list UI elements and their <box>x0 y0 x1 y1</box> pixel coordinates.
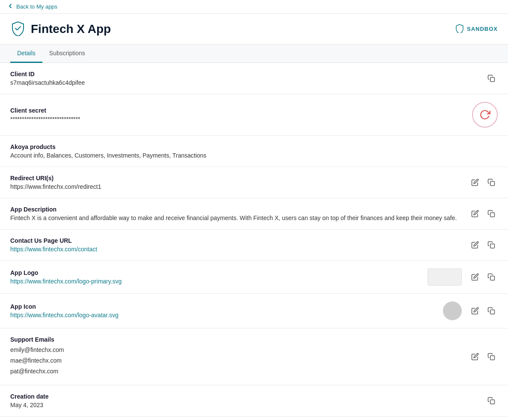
client-id-label: Client ID <box>10 71 478 77</box>
app-logo-label: App Logo <box>10 269 428 276</box>
detail-content: Client ID s7maq6irsactuhka6c4dpifee Clie… <box>0 63 508 417</box>
app-logo-row: App Logo https://www.fintechx.com/logo-p… <box>0 261 508 294</box>
client-secret-value: ****************************** <box>10 116 458 122</box>
tab-bar: Details Subscriptions <box>0 45 508 63</box>
redirect-uris-edit-button[interactable] <box>469 176 481 189</box>
contact-url-value: https://www.fintechx.com/contact <box>10 246 462 253</box>
client-secret-row: Client secret **************************… <box>0 94 508 136</box>
redirect-uris-label: Redirect URI(s) <box>10 175 462 182</box>
svg-rect-1 <box>490 182 495 186</box>
app-shield-icon <box>10 21 26 37</box>
app-logo-left: App Logo https://www.fintechx.com/logo-p… <box>10 269 428 285</box>
sandbox-badge: SANDBOX <box>455 24 498 34</box>
app-description-actions <box>469 207 498 220</box>
redirect-uris-actions <box>469 176 498 189</box>
app-logo-thumbnail <box>428 268 462 286</box>
support-emails-copy-button[interactable] <box>485 350 498 363</box>
app-logo-copy-button[interactable] <box>485 271 498 283</box>
creation-date-value: May 4, 2023 <box>10 402 478 408</box>
akoya-products-left: Akoya products Account info, Balances, C… <box>10 143 498 159</box>
client-id-left: Client ID s7maq6irsactuhka6c4dpifee <box>10 71 478 86</box>
svg-rect-7 <box>490 399 495 404</box>
svg-rect-6 <box>490 356 495 360</box>
client-id-copy-button[interactable] <box>485 72 498 85</box>
app-description-edit-button[interactable] <box>469 207 481 220</box>
contact-url-row: Contact Us Page URL https://www.fintechx… <box>0 229 508 261</box>
contact-url-actions <box>469 238 498 251</box>
back-link-label: Back to My apps <box>16 3 57 10</box>
redirect-uris-copy-button[interactable] <box>485 176 498 189</box>
akoya-products-label: Akoya products <box>10 143 498 150</box>
client-secret-label: Client secret <box>10 107 458 114</box>
client-id-value: s7maq6irsactuhka6c4dpifee <box>10 79 478 86</box>
support-email-1: emily@fintechx.com <box>10 345 462 355</box>
app-logo-edit-button[interactable] <box>469 271 481 283</box>
creation-date-actions <box>485 394 498 407</box>
redirect-uris-value: https://www.fintechx.com/redirect1 <box>10 183 462 190</box>
page-title: Fintech X App <box>31 22 111 36</box>
app-header: Fintech X App SANDBOX <box>0 14 508 45</box>
top-navigation: Back to My apps <box>0 0 508 14</box>
creation-date-copy-button[interactable] <box>485 394 498 407</box>
client-id-row: Client ID s7maq6irsactuhka6c4dpifee <box>0 63 508 94</box>
support-emails-edit-button[interactable] <box>469 350 481 363</box>
app-description-copy-button[interactable] <box>485 207 498 220</box>
sandbox-shield-icon <box>455 24 464 34</box>
app-description-left: App Description Fintech X is a convenien… <box>10 206 462 221</box>
app-icon-thumbnail <box>443 301 462 320</box>
svg-rect-2 <box>490 213 495 217</box>
app-icon-actions <box>443 301 498 320</box>
redirect-uris-row: Redirect URI(s) https://www.fintechx.com… <box>0 167 508 198</box>
tab-details[interactable]: Details <box>10 45 42 63</box>
sandbox-label: SANDBOX <box>467 26 498 32</box>
redirect-uris-left: Redirect URI(s) https://www.fintechx.com… <box>10 175 462 190</box>
contact-url-edit-button[interactable] <box>469 238 481 251</box>
contact-url-copy-button[interactable] <box>485 238 498 251</box>
app-icon-left: App Icon https://www.fintechx.com/logo-a… <box>10 303 443 319</box>
akoya-products-value: Account info, Balances, Customers, Inves… <box>10 152 498 159</box>
svg-rect-0 <box>490 77 495 82</box>
support-emails-row: Support Emails emily@fintechx.com mae@fi… <box>0 328 508 385</box>
back-to-apps-link[interactable]: Back to My apps <box>7 3 57 11</box>
creation-date-label: Creation date <box>10 393 478 400</box>
app-logo-actions <box>428 268 498 286</box>
svg-rect-4 <box>490 276 495 280</box>
client-id-actions <box>485 72 498 85</box>
contact-url-label: Contact Us Page URL <box>10 237 462 244</box>
contact-url-left: Contact Us Page URL https://www.fintechx… <box>10 237 462 253</box>
app-title-group: Fintech X App <box>10 21 111 37</box>
tab-subscriptions[interactable]: Subscriptions <box>42 45 92 63</box>
app-icon-label: App Icon <box>10 303 443 310</box>
svg-rect-3 <box>490 244 495 248</box>
creation-date-row: Creation date May 4, 2023 <box>0 385 508 417</box>
app-logo-value: https://www.fintechx.com/logo-primary.sv… <box>10 278 428 285</box>
support-emails-left: Support Emails emily@fintechx.com mae@fi… <box>10 336 462 377</box>
support-email-3: pat@fintechx.com <box>10 366 462 377</box>
app-icon-edit-button[interactable] <box>469 304 481 317</box>
app-description-label: App Description <box>10 206 462 213</box>
support-emails-actions <box>469 350 498 363</box>
support-emails-label: Support Emails <box>10 336 462 343</box>
client-secret-refresh-button[interactable] <box>472 102 498 128</box>
client-secret-actions <box>465 102 498 128</box>
app-icon-copy-button[interactable] <box>485 304 498 317</box>
app-description-row: App Description Fintech X is a convenien… <box>0 198 508 229</box>
support-emails-values: emily@fintechx.com mae@fintechx.com pat@… <box>10 345 462 377</box>
app-icon-value: https://www.fintechx.com/logo-avatar.svg <box>10 312 443 319</box>
creation-date-left: Creation date May 4, 2023 <box>10 393 478 408</box>
akoya-products-row: Akoya products Account info, Balances, C… <box>0 136 508 167</box>
svg-rect-5 <box>490 310 495 314</box>
app-description-value: Fintech X is a convenient and affordable… <box>10 214 462 221</box>
back-arrow-icon <box>7 3 14 11</box>
client-secret-left: Client secret **************************… <box>10 107 458 122</box>
app-icon-row: App Icon https://www.fintechx.com/logo-a… <box>0 294 508 328</box>
support-email-2: mae@fintechx.com <box>10 355 462 366</box>
